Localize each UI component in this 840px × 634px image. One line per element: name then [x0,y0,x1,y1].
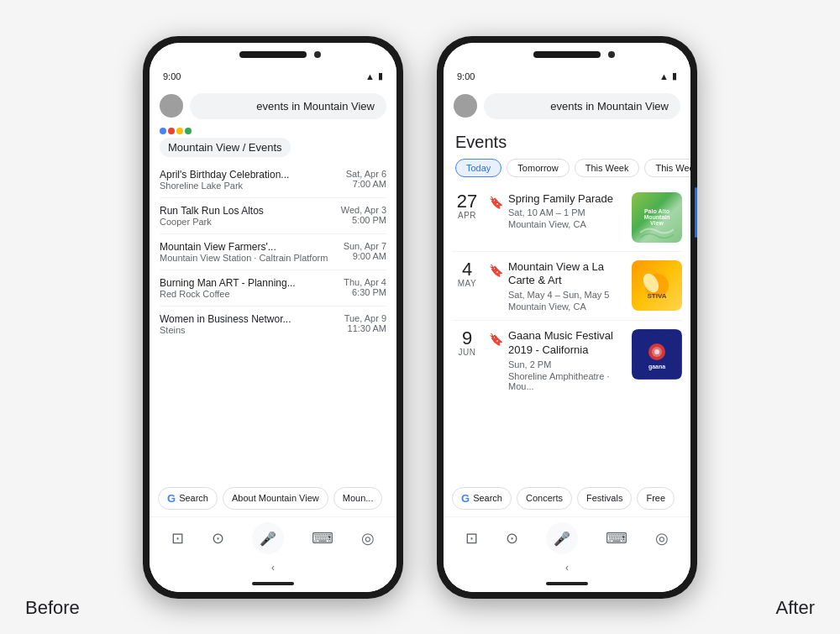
phone-notch-right [444,43,690,66]
right-search-bar-area: events in Mountain View [444,86,690,124]
result-title-row: Mountain View / Events [150,138,396,162]
event-card-body-2: Mountain View a La Carte & Art Sat, May … [508,260,627,312]
right-chips-row: G Search Concerts Festivals Free [444,480,690,516]
event-card-body-1: Spring Family Parade Sat, 10 AM – 1 PM M… [508,192,627,230]
right-avatar [454,94,477,118]
filter-chip-today[interactable]: Today [455,159,501,177]
right-nav-icon-4[interactable]: ◎ [655,529,669,548]
event-card-location-3: Shoreline Amphitheatre · Mou... [508,371,627,391]
before-phone: 9:00 ▲ ▮ events in Mountain View [143,36,403,599]
left-event-location-3: Red Rock Coffee [160,289,296,299]
assistant-row [150,124,396,138]
back-chevron[interactable]: ‹ [150,560,396,575]
phone-notch [150,43,396,66]
event-date-month-2: MAY [452,279,482,288]
event-card-3: 9 JUN 🔖 Gaana Music Festival 2019 - Cali… [452,321,682,400]
home-indicator [150,575,396,592]
filter-chip-tomorrow[interactable]: Tomorrow [507,159,569,177]
search-bubble[interactable]: events in Mountain View [190,93,386,119]
right-home-bar [546,582,588,585]
left-event-location-0: Shoreline Lake Park [160,181,289,191]
bookmark-icon-3[interactable]: 🔖 [489,333,503,346]
event-card-title-3: Gaana Music Festival 2019 - California [508,329,627,358]
right-home-indicator [444,575,690,592]
filter-chips: Today Tomorrow This Week This Weekend [444,155,690,184]
event-card-title-2: Mountain View a La Carte & Art [508,260,627,289]
left-event-item-2[interactable]: Mountain View Farmers'... Mountain View … [160,234,386,270]
right-chip-search[interactable]: G Search [452,487,512,510]
right-chip-festivals[interactable]: Festivals [577,487,632,510]
left-event-time-4: 11:30 AM [344,323,386,333]
event-date-col-2: 4 MAY [452,260,482,288]
left-event-name-2: Mountain View Farmers'... [160,241,328,253]
svg-text:gaana: gaana [648,364,665,370]
right-screen: events in Mountain View Events Today Tom… [444,86,690,592]
left-event-day-2: Sun, Apr 7 [344,241,386,251]
after-phone: 9:00 ▲ ▮ events in Mountain View Events … [437,36,697,599]
left-event-name-0: April's Birthday Celebration... [160,169,289,181]
right-chip-concerts[interactable]: Concerts [517,487,572,510]
chip-about[interactable]: About Mountain View [223,487,328,510]
event-card-location-2: Mountain View, CA [508,301,627,312]
status-time: 9:00 [163,71,181,81]
right-search-bubble[interactable]: events in Mountain View [484,93,680,119]
svg-text:STIVA: STIVA [648,292,667,300]
left-event-day-4: Tue, Apr 9 [344,313,386,323]
right-chip-search-label: Search [473,493,502,503]
right-mic-icon: 🎤 [554,531,570,547]
thumb-music-3: gaana [632,329,682,380]
thumb-art-2: STIVA [632,260,682,311]
bottom-nav-left: ⊡ ⊙ 🎤 ⌨ ◎ [150,516,396,560]
nav-icon-2[interactable]: ⊙ [212,529,224,548]
label-before: Before [25,597,80,619]
bookmark-icon-1[interactable]: 🔖 [489,196,503,209]
label-after: After [776,597,815,619]
right-back-chevron[interactable]: ‹ [444,560,690,575]
right-nav-icon-3[interactable]: ⌨ [606,529,627,548]
event-date-month-3: JUN [452,348,482,357]
thumb-map-1: Palo Alto Mountain View [632,192,682,243]
left-event-day-0: Sat, Apr 6 [346,169,386,179]
dot-red [168,128,175,134]
chip-moun[interactable]: Moun... [333,487,383,510]
event-card-subtitle-2: Sat, May 4 – Sun, May 5 [508,290,627,300]
bookmark-icon-2[interactable]: 🔖 [489,264,503,277]
signal-icon: ▲ [365,71,375,81]
nav-icon-4[interactable]: ◎ [361,529,375,548]
left-event-time-1: 5:00 PM [341,215,386,225]
event-date-num-2: 4 [452,260,482,279]
event-card-body-3: Gaana Music Festival 2019 - California S… [508,329,627,391]
right-chip-free[interactable]: Free [637,487,675,510]
left-event-item-4[interactable]: Women in Business Networ... Steins Tue, … [160,307,386,342]
right-scrollbar [695,187,697,238]
left-event-item-1[interactable]: Run Talk Run Los Altos Cooper Park Wed, … [160,198,386,234]
svg-point-6 [654,349,659,354]
right-chip-free-label: Free [646,493,665,503]
left-event-day-1: Wed, Apr 3 [341,205,386,215]
nav-icon-3[interactable]: ⌨ [312,529,333,548]
filter-chip-thisweek[interactable]: This Week [575,159,640,177]
event-card-title-1: Spring Family Parade [508,192,627,207]
filter-chip-thisweekend[interactable]: This Weekend [644,159,690,177]
dot-yellow [176,128,183,134]
right-nav-icon-2[interactable]: ⊙ [506,529,518,548]
left-chips-row: G Search About Mountain View Moun... [150,480,396,516]
chip-about-label: About Mountain View [232,493,319,503]
left-event-item-0[interactable]: April's Birthday Celebration... Shorelin… [160,162,386,198]
right-chip-concerts-label: Concerts [526,493,563,503]
chip-search-label: Search [179,493,208,503]
left-event-location-4: Steins [160,325,291,335]
left-event-item-3[interactable]: Burning Man ART - Planning... Red Rock C… [160,270,386,307]
event-date-month-1: APR [452,211,482,220]
chip-search[interactable]: G Search [158,487,218,510]
signal-icon-right: ▲ [659,71,669,81]
chip-moun-label: Moun... [343,493,374,503]
mic-button[interactable]: 🎤 [252,522,284,554]
event-date-col-3: 9 JUN [452,329,482,357]
left-event-location-2: Mountain View Station · Caltrain Platfor… [160,253,328,263]
nav-icon-1[interactable]: ⊡ [171,529,184,548]
battery-icon: ▮ [378,71,383,81]
right-mic-button[interactable]: 🎤 [546,522,578,554]
left-screen: events in Mountain View Mountain View / … [150,86,396,592]
right-nav-icon-1[interactable]: ⊡ [465,529,478,548]
